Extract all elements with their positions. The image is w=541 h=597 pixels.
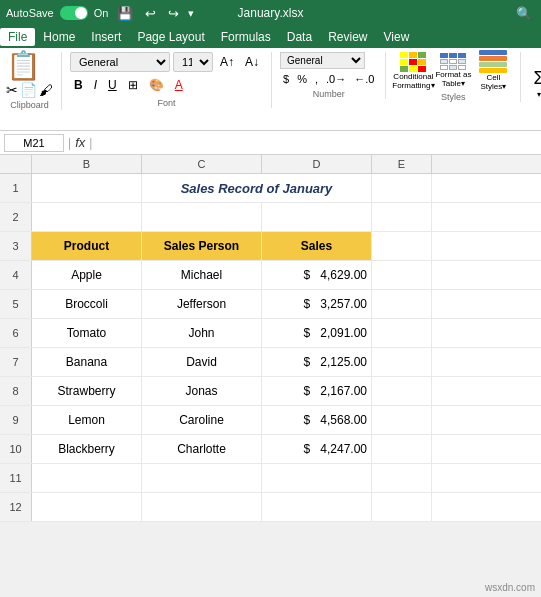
cell-c8[interactable]: Jonas: [142, 377, 262, 405]
row-num-3: 3: [0, 232, 32, 260]
paste-icon[interactable]: 📋: [6, 52, 53, 80]
cell-b5[interactable]: Broccoli: [32, 290, 142, 318]
menu-item-view[interactable]: View: [376, 28, 418, 46]
col-header-c[interactable]: C: [142, 155, 262, 173]
cell-b6[interactable]: Tomato: [32, 319, 142, 347]
cell-b4[interactable]: Apple: [32, 261, 142, 289]
fill-color-btn[interactable]: 🎨: [145, 76, 168, 94]
cell-c11[interactable]: [142, 464, 262, 492]
cell-b11[interactable]: [32, 464, 142, 492]
cell-b2[interactable]: [32, 203, 142, 231]
row-num-6: 6: [0, 319, 32, 347]
cell-d3-sales[interactable]: Sales: [262, 232, 372, 260]
col-header-d[interactable]: D: [262, 155, 372, 173]
copy-icon[interactable]: 📄: [20, 82, 37, 98]
cell-reference-input[interactable]: [4, 134, 64, 152]
font-color-btn[interactable]: A: [171, 76, 187, 94]
menu-item-data[interactable]: Data: [279, 28, 320, 46]
col-header-b[interactable]: B: [32, 155, 142, 173]
cell-c7[interactable]: David: [142, 348, 262, 376]
cell-b8[interactable]: Strawberry: [32, 377, 142, 405]
cell-c6[interactable]: John: [142, 319, 262, 347]
format-as-table-btn[interactable]: Format asTable▾: [434, 52, 472, 90]
cell-c4[interactable]: Michael: [142, 261, 262, 289]
search-button[interactable]: 🔍: [513, 6, 535, 21]
cell-c12[interactable]: [142, 493, 262, 521]
cell-styles-btn[interactable]: CellStyles▾: [474, 52, 512, 90]
increase-decimal-btn[interactable]: .0→: [323, 71, 349, 87]
row-11: 11: [0, 464, 541, 493]
sum-btn[interactable]: Σ ▾: [529, 65, 541, 102]
undo-icon[interactable]: ↩: [142, 6, 159, 21]
save-icon[interactable]: 💾: [114, 6, 136, 21]
percent-btn[interactable]: %: [294, 71, 310, 87]
fx-label: fx: [75, 135, 85, 150]
cell-b12[interactable]: [32, 493, 142, 521]
italic-btn[interactable]: I: [90, 76, 101, 94]
cell-b7[interactable]: Banana: [32, 348, 142, 376]
conditional-formatting-btn[interactable]: ConditionalFormatting▾: [394, 52, 432, 90]
cell-e6[interactable]: [372, 319, 432, 347]
cell-c3-salesperson[interactable]: Sales Person: [142, 232, 262, 260]
menu-item-pagelayout[interactable]: Page Layout: [129, 28, 212, 46]
comma-btn[interactable]: ,: [312, 71, 321, 87]
cell-d5[interactable]: $ 3,257.00: [262, 290, 372, 318]
cell-d8[interactable]: $ 2,167.00: [262, 377, 372, 405]
menu-item-file[interactable]: File: [0, 28, 35, 46]
cell-e10[interactable]: [372, 435, 432, 463]
cell-styles-label: CellStyles▾: [480, 74, 506, 92]
cell-d9[interactable]: $ 4,568.00: [262, 406, 372, 434]
cell-d7[interactable]: $ 2,125.00: [262, 348, 372, 376]
styles-label: Styles: [441, 92, 466, 102]
cell-b10[interactable]: Blackberry: [32, 435, 142, 463]
cell-e9[interactable]: [372, 406, 432, 434]
cell-e3[interactable]: [372, 232, 432, 260]
underline-btn[interactable]: U: [104, 76, 121, 94]
cell-b3-product[interactable]: Product: [32, 232, 142, 260]
currency-btn[interactable]: $: [280, 71, 292, 87]
decrease-decimal-btn[interactable]: ←.0: [351, 71, 377, 87]
menu-item-home[interactable]: Home: [35, 28, 83, 46]
cell-c1[interactable]: Sales Record of January: [142, 174, 372, 202]
redo-icon[interactable]: ↪: [165, 6, 182, 21]
cell-c10[interactable]: Charlotte: [142, 435, 262, 463]
increase-font-btn[interactable]: A↑: [216, 53, 238, 71]
cell-e5[interactable]: [372, 290, 432, 318]
bold-btn[interactable]: B: [70, 76, 87, 94]
font-size-select[interactable]: 11: [173, 52, 213, 72]
cell-d2[interactable]: [262, 203, 372, 231]
menu-item-review[interactable]: Review: [320, 28, 375, 46]
cell-d4[interactable]: $ 4,629.00: [262, 261, 372, 289]
cell-c5[interactable]: Jefferson: [142, 290, 262, 318]
cell-d11[interactable]: [262, 464, 372, 492]
col-header-e[interactable]: E: [372, 155, 432, 173]
cut-icon[interactable]: ✂: [6, 82, 18, 98]
menu-item-insert[interactable]: Insert: [83, 28, 129, 46]
cell-b9[interactable]: Lemon: [32, 406, 142, 434]
number-format-select[interactable]: General: [280, 52, 365, 69]
decrease-font-btn[interactable]: A↓: [241, 53, 263, 71]
cell-e1[interactable]: [372, 174, 432, 202]
cell-e8[interactable]: [372, 377, 432, 405]
autosave-toggle[interactable]: [60, 6, 88, 20]
clipboard-label: Clipboard: [10, 100, 49, 110]
cell-e11[interactable]: [372, 464, 432, 492]
cell-d6[interactable]: $ 2,091.00: [262, 319, 372, 347]
cell-e4[interactable]: [372, 261, 432, 289]
cell-d10[interactable]: $ 4,247.00: [262, 435, 372, 463]
cell-e7[interactable]: [372, 348, 432, 376]
menu-item-formulas[interactable]: Formulas: [213, 28, 279, 46]
ribbon: 📋 ✂ 📄 🖌 Clipboard General 11 A↑ A↓: [0, 48, 541, 131]
cell-c9[interactable]: Caroline: [142, 406, 262, 434]
font-name-select[interactable]: General: [70, 52, 170, 72]
format-painter-icon[interactable]: 🖌: [39, 82, 53, 98]
cell-e2[interactable]: [372, 203, 432, 231]
formula-input[interactable]: [96, 135, 537, 151]
row-num-1: 1: [0, 174, 32, 202]
cell-e12[interactable]: [372, 493, 432, 521]
row-num-9: 9: [0, 406, 32, 434]
border-btn[interactable]: ⊞: [124, 76, 142, 94]
cell-b1[interactable]: [32, 174, 142, 202]
cell-c2[interactable]: [142, 203, 262, 231]
cell-d12[interactable]: [262, 493, 372, 521]
